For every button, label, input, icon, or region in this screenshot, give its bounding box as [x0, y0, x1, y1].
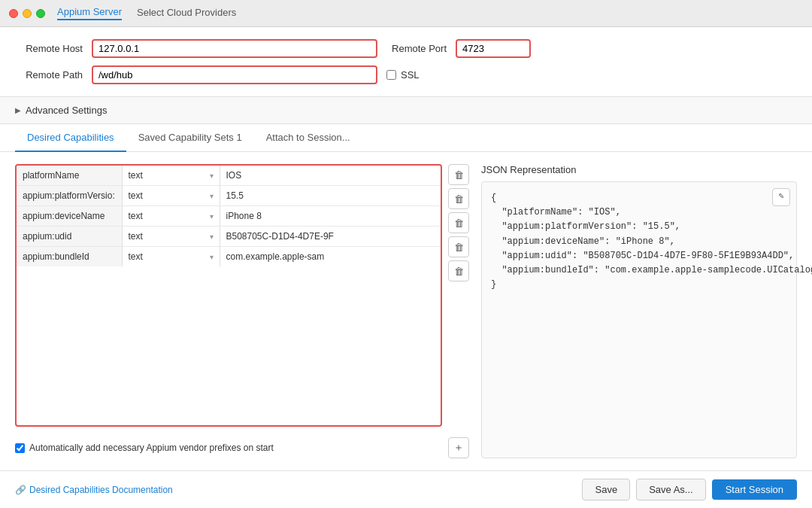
cap-type-2[interactable]: text ▾: [122, 206, 220, 227]
docs-link[interactable]: 🔗 Desired Capabilities Documentation: [15, 485, 173, 495]
caps-tabs: Desired Capabilities Saved Capability Se…: [0, 124, 812, 152]
json-panel: JSON Representation { "platformName": "I…: [481, 164, 797, 458]
cap-name-3: appium:udid: [17, 227, 122, 247]
docs-link-label: Desired Capabilities Documentation: [29, 485, 173, 495]
cap-type-label-0: text: [129, 170, 143, 181]
caps-table-wrap: platformName text ▾ IOS appium:platformV…: [15, 164, 442, 427]
caps-table-section: platformName text ▾ IOS appium:platformV…: [15, 164, 469, 427]
title-bar: Appium Server Select Cloud Providers: [0, 0, 812, 27]
advanced-toggle[interactable]: ▶ Advanced Settings: [15, 105, 797, 116]
main-content: Remote Host Remote Port Remote Path SSL …: [0, 27, 812, 508]
panel: platformName text ▾ IOS appium:platformV…: [0, 152, 812, 470]
auto-prefix-label: Automatically add necessary Appium vendo…: [29, 443, 274, 453]
cap-name-4: appium:bundleId: [17, 247, 122, 267]
cap-value-2[interactable]: iPhone 8: [220, 206, 441, 227]
add-icon[interactable]: ＋: [448, 437, 469, 458]
cap-type-label-2: text: [129, 211, 143, 221]
delete-cap-button-0[interactable]: 🗑: [448, 164, 469, 185]
delete-cap-button-1[interactable]: 🗑: [448, 188, 469, 209]
add-capability-button[interactable]: ＋: [448, 437, 469, 458]
cap-name-2: appium:deviceName: [17, 206, 122, 227]
json-edit-button[interactable]: ✎: [772, 188, 790, 206]
json-title: JSON Representation: [481, 164, 797, 175]
window-tabs: Appium Server Select Cloud Providers: [57, 6, 236, 20]
delete-cap-button-3[interactable]: 🗑: [448, 236, 469, 257]
cap-type-chevron-2: ▾: [210, 212, 214, 221]
bottom-bar: 🔗 Desired Capabilities Documentation Sav…: [0, 470, 812, 508]
tab-appium-server[interactable]: Appium Server: [57, 6, 122, 20]
caps-actions: 🗑🗑🗑🗑🗑: [448, 164, 469, 427]
cap-type-label-3: text: [129, 231, 143, 242]
cap-type-chevron-1: ▾: [210, 192, 214, 200]
cap-value-1[interactable]: 15.5: [220, 186, 441, 206]
cap-type-4[interactable]: text ▾: [122, 247, 220, 267]
cap-name-0: platformName: [17, 166, 122, 186]
cap-value-0[interactable]: IOS: [220, 166, 441, 186]
capabilities-section: platformName text ▾ IOS appium:platformV…: [15, 164, 469, 458]
delete-cap-button-2[interactable]: 🗑: [448, 212, 469, 233]
remote-port-input[interactable]: [456, 39, 531, 58]
table-row: appium:bundleId text ▾ com.example.apple…: [17, 247, 441, 267]
ssl-label: SSL: [401, 69, 420, 81]
table-row: appium:deviceName text ▾ iPhone 8: [17, 206, 441, 227]
chevron-right-icon: ▶: [15, 106, 21, 114]
maximize-button[interactable]: [36, 9, 45, 18]
remote-host-input[interactable]: [92, 39, 377, 58]
cap-type-chevron-0: ▾: [210, 172, 214, 180]
remote-path-row: Remote Path SSL: [15, 65, 797, 84]
traffic-lights: [9, 9, 45, 18]
remote-path-label: Remote Path: [15, 69, 83, 81]
tab-cloud-providers[interactable]: Select Cloud Providers: [137, 7, 236, 20]
link-icon: 🔗: [15, 485, 26, 495]
cap-value-3[interactable]: B508705C-D1D4-4D7E-9F: [220, 227, 441, 247]
remote-host-row: Remote Host Remote Port: [15, 39, 797, 58]
auto-prefix-checkbox[interactable]: [15, 443, 25, 453]
json-content: { "platformName": "IOS", "appium:platfor…: [481, 181, 797, 458]
cap-value-4[interactable]: com.example.apple-sam: [220, 247, 441, 267]
advanced-section: ▶ Advanced Settings: [0, 97, 812, 124]
bottom-actions: Save Save As... Start Session: [582, 479, 797, 500]
remote-host-label: Remote Host: [15, 43, 83, 54]
cap-type-0[interactable]: text ▾: [122, 166, 220, 186]
table-row: appium:udid text ▾ B508705C-D1D4-4D7E-9F: [17, 227, 441, 247]
cap-type-3[interactable]: text ▾: [122, 227, 220, 247]
cap-type-label-4: text: [129, 251, 143, 262]
ssl-checkbox[interactable]: [386, 70, 396, 80]
ssl-row: SSL: [386, 69, 420, 81]
cap-type-chevron-3: ▾: [210, 233, 214, 241]
save-as-button[interactable]: Save As...: [636, 479, 706, 500]
start-session-button[interactable]: Start Session: [712, 479, 797, 500]
delete-cap-button-4[interactable]: 🗑: [448, 260, 469, 281]
cap-type-chevron-4: ▾: [210, 253, 214, 261]
table-row: platformName text ▾ IOS: [17, 166, 441, 186]
advanced-label: Advanced Settings: [26, 105, 107, 116]
caps-bottom: Automatically add necessary Appium vendo…: [15, 433, 469, 458]
tab-saved-capability-sets[interactable]: Saved Capability Sets 1: [126, 124, 254, 152]
capabilities-table: platformName text ▾ IOS appium:platformV…: [17, 166, 441, 266]
cap-type-label-1: text: [129, 190, 143, 201]
cap-name-1: appium:platformVersio:: [17, 186, 122, 206]
remote-port-label: Remote Port: [386, 43, 447, 54]
remote-path-input[interactable]: [92, 65, 377, 84]
tab-attach-to-session[interactable]: Attach to Session...: [254, 124, 362, 152]
server-config: Remote Host Remote Port Remote Path SSL: [0, 27, 812, 97]
cap-type-1[interactable]: text ▾: [122, 186, 220, 206]
minimize-button[interactable]: [23, 9, 32, 18]
save-button[interactable]: Save: [582, 479, 630, 500]
table-row: appium:platformVersio: text ▾ 15.5: [17, 186, 441, 206]
tab-desired-capabilities[interactable]: Desired Capabilities: [15, 124, 126, 152]
close-button[interactable]: [9, 9, 18, 18]
